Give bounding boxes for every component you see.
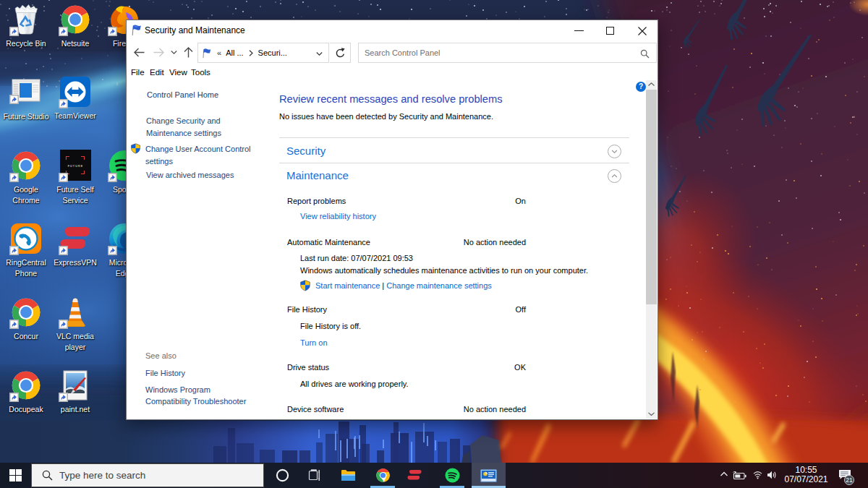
svg-text:FUTURE: FUTURE xyxy=(68,165,84,168)
